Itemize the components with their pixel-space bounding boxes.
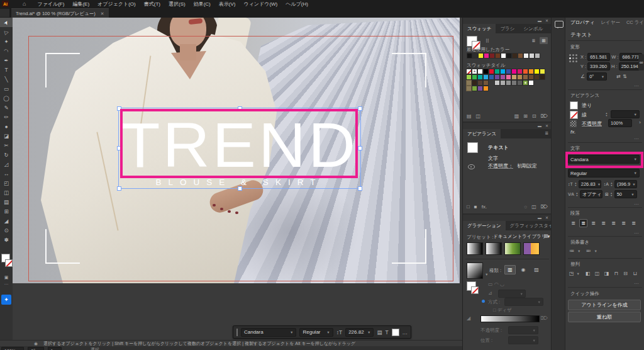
menu-item-5[interactable]: 効果(C) xyxy=(194,1,211,8)
drawing-mode-icon[interactable]: ▣… xyxy=(0,274,13,286)
align-horizontal-right-button[interactable]: ◨ xyxy=(602,269,611,278)
pen-tool-icon[interactable]: ✒ xyxy=(0,55,13,65)
appearance-opacity-value[interactable]: 初期設定 xyxy=(517,162,537,169)
pencil-tool-icon[interactable]: ✏ xyxy=(0,112,13,121)
menu-item-1[interactable]: 編集(E) xyxy=(72,1,89,8)
scissors-tool-icon[interactable]: ✂ xyxy=(0,140,13,150)
color-swatch[interactable] xyxy=(517,74,523,80)
color-swatch[interactable] xyxy=(500,74,506,80)
radial-gradient-button[interactable]: ◉ xyxy=(518,265,529,274)
color-swatch[interactable] xyxy=(483,86,489,91)
color-swatch[interactable] xyxy=(494,69,500,74)
type-tool-icon[interactable]: T xyxy=(0,65,13,74)
swatch-pattern[interactable] xyxy=(523,80,528,86)
swatch-none[interactable] xyxy=(466,69,472,74)
zoom-level-select[interactable]: 100% ▼ xyxy=(1,347,24,350)
leading-stepper[interactable]: ▴▾ xyxy=(609,180,614,188)
color-swatch[interactable] xyxy=(534,74,540,80)
grid-view-icon[interactable]: ⊞ xyxy=(540,37,548,44)
tab-ブラシ[interactable]: ブラシ xyxy=(496,24,519,33)
rotate-tool-icon[interactable]: ↻ xyxy=(0,150,13,159)
zoom-tool-icon[interactable]: ⊙ xyxy=(0,225,13,235)
close-icon[interactable]: ✕ xyxy=(545,124,548,128)
stroke-weight-field[interactable]: ▼ xyxy=(611,110,640,118)
color-swatch[interactable] xyxy=(529,53,535,59)
gradient-stroke-swatch[interactable] xyxy=(471,286,479,294)
comments-icon[interactable] xyxy=(555,21,564,28)
align-vertical-middle-button[interactable]: ⊟ xyxy=(621,269,630,278)
align-horizontal-center-button[interactable]: ◫ xyxy=(593,269,601,278)
color-swatch[interactable] xyxy=(483,80,489,86)
appearance-opacity-label[interactable]: 不透明度： xyxy=(488,162,513,169)
green-gradient[interactable] xyxy=(504,242,521,255)
duplicate-item-icon[interactable]: ◫ xyxy=(531,204,536,210)
font-style-select[interactable]: Regular▼ xyxy=(299,328,333,337)
eraser-tool-icon[interactable]: ◪ xyxy=(0,131,13,140)
color-swatch[interactable] xyxy=(523,74,528,80)
selection-handle[interactable] xyxy=(238,186,242,191)
color-swatch[interactable] xyxy=(534,69,540,74)
new-stroke-icon[interactable]: □ xyxy=(467,204,470,210)
stroke-swatch[interactable] xyxy=(5,259,13,267)
direct-selection-tool-icon[interactable]: ▷ xyxy=(0,27,13,37)
freeform-gradient-button[interactable]: ▨ xyxy=(531,265,542,274)
paragraph-more-icon[interactable]: … xyxy=(634,229,640,235)
color-swatch[interactable] xyxy=(511,69,517,74)
close-icon[interactable]: ✕ xyxy=(545,19,548,23)
leading-field[interactable]: (396.9▼ xyxy=(614,180,637,188)
chevron-down-icon[interactable]: ▼ xyxy=(483,273,488,276)
more-options-icon[interactable]: … xyxy=(402,329,408,336)
swatch-libraries-icon[interactable]: ▤ xyxy=(467,113,472,119)
transform-more-icon[interactable]: … xyxy=(634,82,640,88)
blob-brush-tool-icon[interactable]: ● xyxy=(0,121,13,131)
preset-select[interactable]: ドキュメントライブラリ ▾ xyxy=(493,234,550,240)
color-swatch[interactable] xyxy=(501,53,506,59)
swatch-group-folder[interactable] xyxy=(466,80,472,86)
numbered-list-button[interactable]: ≕▼ xyxy=(586,248,597,254)
add-effect-icon[interactable]: fx. xyxy=(482,204,487,210)
color-swatch[interactable] xyxy=(466,74,472,80)
selection-handle[interactable] xyxy=(358,186,362,191)
align-vertical-bottom-button[interactable]: ⊔ xyxy=(631,269,639,278)
color-swatch[interactable] xyxy=(511,80,517,86)
width-tool-icon[interactable]: ↔ xyxy=(0,169,13,178)
mesh-tool-icon[interactable]: ⊞ xyxy=(0,206,13,216)
font-size-stepper[interactable]: ▴▾ xyxy=(574,180,578,188)
appearance-row-characters[interactable]: 文字 xyxy=(488,155,498,162)
align-center-button[interactable]: ≣ xyxy=(579,219,587,227)
swatch-kinds-icon[interactable]: ◫ xyxy=(476,113,481,119)
reference-point-locator[interactable] xyxy=(569,54,578,63)
tab-レイヤー[interactable]: レイヤー xyxy=(601,20,620,26)
color-swatch[interactable] xyxy=(506,80,511,86)
rectangle-tool-icon[interactable]: ▭ xyxy=(0,84,13,93)
gradient-fill-thumbnail[interactable] xyxy=(467,262,483,279)
collapse-icon[interactable]: ▬ xyxy=(538,19,541,23)
x-field[interactable]: 651.581 xyxy=(587,53,610,61)
color-swatch[interactable] xyxy=(500,80,506,86)
selection-handle[interactable] xyxy=(358,146,362,150)
align-right-button[interactable]: ≣ xyxy=(589,219,597,227)
color-swatch[interactable] xyxy=(489,74,494,80)
lasso-tool-icon[interactable]: ◠ xyxy=(0,46,13,55)
tracking-field[interactable]: 50▼ xyxy=(614,190,637,198)
color-swatch[interactable] xyxy=(500,69,506,74)
fill-stroke-indicator[interactable] xyxy=(1,254,11,270)
justify-last-center-button[interactable]: ≣ xyxy=(609,219,618,227)
stroke-weight-stepper[interactable]: ▴▾ xyxy=(604,110,609,118)
document-tab[interactable]: Trend.ai* @ 100 % (RGB/プレビュー) ✕ xyxy=(11,8,109,18)
color-swatch[interactable] xyxy=(535,53,540,59)
justify-last-right-button[interactable]: ≣ xyxy=(619,219,628,227)
scale-tool-icon[interactable]: ◿ xyxy=(0,159,13,169)
color-swatch[interactable] xyxy=(484,53,489,59)
menu-item-2[interactable]: オブジェクト(O) xyxy=(97,1,136,8)
artboard-nav-select[interactable]: 1 ▼ xyxy=(48,347,62,350)
font-family-select[interactable]: Candara▼ xyxy=(241,328,297,337)
menu-item-3[interactable]: 書式(T) xyxy=(144,1,160,8)
appearance-row-text[interactable]: テキスト xyxy=(488,144,509,151)
color-swatch[interactable] xyxy=(540,74,545,80)
appearance-more-icon[interactable]: … xyxy=(634,135,640,140)
color-swatch[interactable] xyxy=(472,53,478,59)
new-swatch-icon[interactable]: ⊡ xyxy=(532,113,536,119)
app-logo-icon[interactable]: Ai xyxy=(2,1,9,7)
color-swatch[interactable] xyxy=(518,53,523,59)
